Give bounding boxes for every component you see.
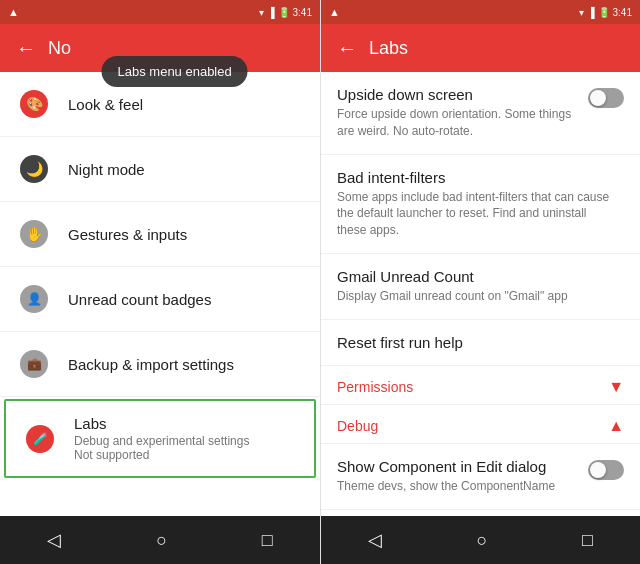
right-back-button[interactable]: ← xyxy=(337,37,357,60)
night-mode-icon: 🌙 xyxy=(20,155,48,183)
labs-list: Upside down screen Force upside down ori… xyxy=(321,72,640,516)
right-wifi-icon: ▾ xyxy=(579,7,584,18)
gestures-icon-container: ✋ xyxy=(16,216,52,252)
night-mode-icon-container: 🌙 xyxy=(16,151,52,187)
look-feel-icon-container: 🎨 xyxy=(16,86,52,122)
labs-item-bad-intent[interactable]: Bad intent-filters Some apps include bad… xyxy=(321,155,640,254)
right-panel: ▲ ▾ ▐ 🔋 3:41 ← Labs Upside down screen F… xyxy=(320,0,640,564)
backup-icon-container: 💼 xyxy=(16,346,52,382)
settings-item-backup[interactable]: 💼 Backup & import settings xyxy=(0,332,320,397)
labs-item-gmail[interactable]: Gmail Unread Count Display Gmail unread … xyxy=(321,254,640,320)
right-status-bar: ▲ ▾ ▐ 🔋 3:41 xyxy=(321,0,640,24)
settings-list: 🎨 Look & feel 🌙 Night mode ✋ Gestures & … xyxy=(0,72,320,516)
upside-down-content: Upside down screen Force upside down ori… xyxy=(337,86,588,140)
labs-icon: 🧪 xyxy=(26,425,54,453)
unread-icon: 👤 xyxy=(20,285,48,313)
left-time: 3:41 xyxy=(293,7,312,18)
right-home-nav-button[interactable]: ○ xyxy=(461,522,504,559)
left-panel: ▲ ▾ ▐ 🔋 3:41 ← No Labs menu enabled 🎨 Lo… xyxy=(0,0,320,564)
right-back-nav-button[interactable]: ◁ xyxy=(352,521,398,559)
labs-item-upside-down[interactable]: Upside down screen Force upside down ori… xyxy=(321,72,640,155)
gestures-text: Gestures & inputs xyxy=(68,226,187,243)
gestures-icon: ✋ xyxy=(20,220,48,248)
right-header-title: Labs xyxy=(369,38,408,59)
labs-item-show-component[interactable]: Show Component in Edit dialog Theme devs… xyxy=(321,444,640,510)
look-feel-text: Look & feel xyxy=(68,96,143,113)
left-recent-nav-button[interactable]: □ xyxy=(246,522,289,559)
settings-item-labs[interactable]: 🧪 Labs Debug and experimental settingsNo… xyxy=(4,399,316,478)
left-signal-icon: ▲ xyxy=(8,6,19,18)
night-mode-text: Night mode xyxy=(68,161,145,178)
toast-notification: Labs menu enabled xyxy=(102,56,248,87)
show-component-toggle[interactable] xyxy=(588,460,624,480)
labs-icon-container: 🧪 xyxy=(22,421,58,457)
upside-down-toggle[interactable] xyxy=(588,88,624,108)
right-signal-icon: ▲ xyxy=(329,6,340,18)
backup-text: Backup & import settings xyxy=(68,356,234,373)
right-bottom-nav: ◁ ○ □ xyxy=(321,516,640,564)
right-header: ← Labs xyxy=(321,24,640,72)
left-home-nav-button[interactable]: ○ xyxy=(140,522,183,559)
unread-icon-container: 👤 xyxy=(16,281,52,317)
permissions-section-header[interactable]: Permissions ▼ xyxy=(321,366,640,405)
left-back-button[interactable]: ← xyxy=(16,37,36,60)
backup-icon: 💼 xyxy=(20,350,48,378)
left-back-nav-button[interactable]: ◁ xyxy=(31,521,77,559)
debug-chevron-icon: ▲ xyxy=(608,417,624,435)
right-signal-bars: ▐ xyxy=(587,7,594,18)
right-recent-nav-button[interactable]: □ xyxy=(566,522,609,559)
left-bottom-nav: ◁ ○ □ xyxy=(0,516,320,564)
labs-text: Labs Debug and experimental settingsNot … xyxy=(74,415,249,462)
permissions-chevron-icon: ▼ xyxy=(608,378,624,396)
labs-item-reset[interactable]: Reset first run help xyxy=(321,320,640,366)
settings-item-unread-badges[interactable]: 👤 Unread count badges xyxy=(0,267,320,332)
settings-item-night-mode[interactable]: 🌙 Night mode xyxy=(0,137,320,202)
left-status-bar: ▲ ▾ ▐ 🔋 3:41 xyxy=(0,0,320,24)
right-battery-icon: 🔋 xyxy=(598,7,610,18)
show-component-content: Show Component in Edit dialog Theme devs… xyxy=(337,458,588,495)
right-time: 3:41 xyxy=(613,7,632,18)
gmail-content: Gmail Unread Count Display Gmail unread … xyxy=(337,268,624,305)
left-header-title: No xyxy=(48,38,71,59)
look-feel-icon: 🎨 xyxy=(20,90,48,118)
debug-section-header[interactable]: Debug ▲ xyxy=(321,405,640,444)
unread-text: Unread count badges xyxy=(68,291,211,308)
settings-item-gestures[interactable]: ✋ Gestures & inputs xyxy=(0,202,320,267)
left-wifi-icon: ▾ xyxy=(259,7,264,18)
left-signal-bars: ▐ xyxy=(267,7,274,18)
bad-intent-content: Bad intent-filters Some apps include bad… xyxy=(337,169,624,239)
left-battery-icon: 🔋 xyxy=(278,7,290,18)
